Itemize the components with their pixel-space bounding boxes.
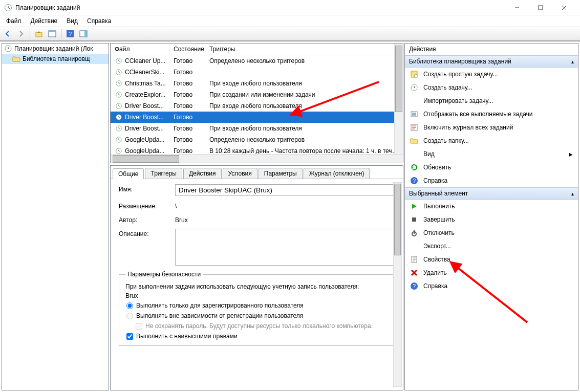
action-show_running[interactable]: Отображать все выполняемые задачи (405, 107, 578, 121)
close-button[interactable] (552, 0, 576, 15)
panel2-button[interactable] (78, 28, 89, 39)
menu-view[interactable]: Вид (62, 16, 82, 26)
clock-icon (115, 68, 123, 76)
action-create_basic[interactable]: Создать простую задачу... (405, 68, 578, 81)
check-highest[interactable] (126, 333, 133, 340)
task-row[interactable]: Driver Boost...ГотовоПри входе любого по… (111, 100, 403, 112)
detail-pane: Общие Триггеры Действия Условия Параметр… (110, 165, 403, 390)
tree-library[interactable]: Библиотека планировщ (2, 54, 109, 64)
action-export[interactable]: Экспорт... (405, 239, 578, 253)
name-field[interactable] (175, 184, 395, 196)
security-user: Brux (125, 291, 388, 300)
panel1-button[interactable] (47, 28, 58, 39)
col-triggers[interactable]: Триггеры (205, 43, 403, 55)
col-file[interactable]: Файл (111, 43, 169, 55)
task-row[interactable]: GoogleUpda...ГотовоОпределено несколько … (111, 134, 403, 145)
action-label: Отключить (423, 229, 455, 236)
help2-icon: ? (410, 282, 418, 290)
task-triggers: При входе любого пользователя (205, 124, 403, 133)
description-field[interactable] (175, 229, 395, 266)
task-row[interactable]: CCleaner Up...ГотовоОпределено несколько… (111, 55, 403, 67)
action-help2[interactable]: ?Справка (405, 279, 578, 293)
maximize-button[interactable] (529, 0, 552, 15)
svg-rect-2 (36, 32, 42, 37)
action-disable[interactable]: Отключить (405, 226, 578, 239)
menu-file[interactable]: Файл (2, 16, 26, 26)
clock-icon (115, 79, 123, 88)
action-label: Создать папку... (423, 137, 469, 144)
refresh-icon (410, 163, 418, 171)
task-row[interactable]: GoogleUpda...ГотовоВ 10:28 каждый день -… (111, 145, 403, 154)
clock-icon (4, 4, 12, 12)
menu-help[interactable]: Справка (83, 16, 115, 26)
svg-point-21 (414, 74, 417, 77)
action-end[interactable]: Завершить (405, 213, 578, 226)
task-state: Готово (169, 102, 205, 110)
task-row[interactable]: Driver Boost...Готово (111, 112, 403, 123)
help-button[interactable]: ? (65, 28, 76, 39)
action-run[interactable]: Выполнить (405, 200, 578, 213)
up-button[interactable] (33, 28, 45, 39)
task-state: Готово (169, 136, 205, 144)
import-icon (410, 97, 418, 105)
action-refresh[interactable]: Обновить (405, 161, 578, 174)
task-triggers: При создании или изменении задачи (205, 91, 403, 99)
action-enable_hist[interactable]: Включить журнал всех заданий (405, 121, 578, 134)
vertical-scrollbar[interactable] (394, 43, 403, 154)
radio-logged-on-label: Выполнять только для зарегистрированного… (136, 302, 304, 309)
task-name: CreateExplor... (125, 91, 165, 98)
tab-general[interactable]: Общие (113, 168, 144, 179)
tab-params[interactable]: Параметры (259, 168, 303, 179)
tab-triggers[interactable]: Триггеры (145, 168, 182, 179)
radio-logged-on[interactable] (126, 302, 133, 309)
actions-section-selected-label: Выбранный элемент (409, 190, 468, 197)
action-view[interactable]: Вид▶ (405, 147, 578, 161)
col-state[interactable]: Состояние (169, 43, 205, 55)
check-nostore[interactable] (136, 323, 142, 330)
task-triggers: При входе любого пользователя (205, 79, 403, 88)
tab-conditions[interactable]: Условия (223, 168, 257, 179)
tab-history[interactable]: Журнал (отключен) (304, 168, 370, 179)
action-help1[interactable]: ?Справка (405, 174, 578, 187)
radio-any[interactable] (126, 313, 133, 319)
new_folder-icon (410, 137, 418, 145)
location-value: \ (175, 201, 177, 210)
minimize-button[interactable] (505, 0, 529, 15)
horizontal-scrollbar[interactable] (111, 154, 403, 163)
action-create[interactable]: Создать задачу... (405, 81, 578, 94)
back-button[interactable] (2, 28, 13, 39)
action-import[interactable]: Импортировать задачу... (405, 94, 578, 107)
tree-root-label: Планировщик заданий (Лок (14, 45, 93, 52)
detail-scrollbar[interactable] (393, 182, 402, 387)
actions-section-selected[interactable]: Выбранный элемент ▴ (405, 187, 578, 200)
tree-pane: Планировщик заданий (Лок Библиотека план… (2, 43, 109, 390)
task-row[interactable]: CCleanerSki...Готово (111, 67, 403, 78)
tree-root[interactable]: Планировщик заданий (Лок (2, 43, 109, 54)
tab-actions[interactable]: Действия (183, 168, 222, 179)
action-label: Создать простую задачу... (423, 71, 498, 78)
action-props[interactable]: Свойства (405, 253, 578, 266)
action-label: Создать задачу... (423, 84, 472, 91)
task-row[interactable]: CreateExplor...ГотовоПри создании или из… (111, 89, 403, 100)
table-header: Файл Состояние Триггеры (111, 43, 403, 55)
check-highest-label: Выполнить с наивысшими правами (136, 333, 238, 340)
menu-action[interactable]: Действие (27, 16, 62, 26)
action-delete[interactable]: Удалить (405, 266, 578, 279)
clock-icon (115, 124, 123, 133)
forward-button[interactable] (15, 28, 27, 39)
task-state: Готово (169, 57, 205, 65)
task-triggers: Определено несколько триггеров (205, 57, 403, 65)
task-name: GoogleUpda... (125, 147, 164, 154)
action-label: Отображать все выполняемые задачи (423, 111, 533, 118)
task-list: Файл Состояние Триггеры CCleaner Up...Го… (110, 43, 403, 163)
action-new_folder[interactable]: Создать папку... (405, 134, 578, 147)
actions-section-library[interactable]: Библиотека планировщика заданий ▴ (405, 55, 578, 68)
task-row[interactable]: Christmas Ta...ГотовоПри входе любого по… (111, 78, 403, 89)
svg-text:?: ? (69, 31, 72, 37)
actions-section-library-label: Библиотека планировщика заданий (409, 58, 511, 65)
props-icon (410, 255, 418, 264)
help1-icon: ? (410, 177, 418, 185)
task-row[interactable]: Driver Boost...ГотовоПри входе любого по… (111, 123, 403, 134)
task-state: Готово (169, 68, 205, 76)
folder-icon (12, 55, 20, 63)
